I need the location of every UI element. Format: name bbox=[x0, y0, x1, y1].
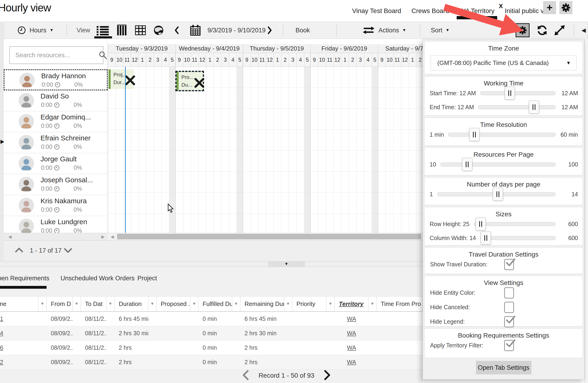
checkbox-unchecked[interactable] bbox=[504, 287, 514, 299]
column-filter-icon[interactable]: ▼ bbox=[232, 296, 240, 311]
slider-track[interactable] bbox=[440, 162, 556, 166]
board-tab-crews-board[interactable]: Crews Board bbox=[411, 6, 450, 16]
hour-column[interactable] bbox=[357, 67, 364, 233]
tab-settings-gear-button[interactable] bbox=[516, 23, 529, 37]
timezone-dropdown[interactable]: (GMT-08:00) Pacific Time (US & Canada) ▼ bbox=[431, 55, 577, 70]
book-button[interactable]: Book bbox=[295, 22, 310, 39]
hour-column[interactable] bbox=[154, 67, 162, 233]
cell-territory[interactable]: WA bbox=[335, 355, 368, 369]
remove-booking-icon[interactable] bbox=[125, 75, 136, 87]
hour-column[interactable] bbox=[116, 67, 124, 233]
hour-column[interactable] bbox=[162, 67, 169, 233]
collapse-panel-arrow[interactable]: ◀ bbox=[582, 22, 586, 39]
hour-column[interactable] bbox=[349, 67, 357, 233]
cell-territory[interactable]: WA bbox=[335, 326, 368, 340]
page-down-icon[interactable] bbox=[64, 247, 72, 255]
slider-handle[interactable] bbox=[505, 87, 515, 100]
resource-row[interactable]: Luke Lundgren0:00 0% bbox=[4, 216, 107, 233]
hour-column[interactable] bbox=[237, 67, 243, 233]
hour-column[interactable] bbox=[191, 67, 199, 233]
hour-column[interactable] bbox=[258, 67, 266, 233]
hour-column[interactable] bbox=[289, 67, 297, 233]
hour-column[interactable] bbox=[364, 67, 372, 233]
slider-handle[interactable] bbox=[476, 218, 486, 230]
resource-hscrollbar[interactable]: ◀ ▶ bbox=[4, 233, 108, 240]
hour-column[interactable] bbox=[221, 67, 229, 233]
resource-row[interactable]: Joseph Gonsal...0:00 0% bbox=[4, 174, 107, 195]
resource-row[interactable]: Kris Nakamura0:00 0% bbox=[4, 195, 107, 216]
map-view-icon[interactable] bbox=[153, 22, 164, 39]
hour-column[interactable] bbox=[229, 67, 237, 233]
previous-range-chevron[interactable] bbox=[173, 22, 181, 39]
grid-hscrollbar[interactable]: ◀ bbox=[108, 233, 423, 240]
collapse-bottom-panel-button[interactable]: ▼ bbox=[268, 262, 305, 267]
slider-handle[interactable] bbox=[469, 128, 480, 141]
column-filter-icon[interactable]: ▼ bbox=[190, 296, 198, 311]
board-settings-gear-button[interactable] bbox=[559, 1, 572, 14]
scroll-left-icon[interactable]: ◀ bbox=[8, 234, 12, 239]
slider-track[interactable] bbox=[480, 236, 556, 240]
page-up-icon[interactable] bbox=[15, 247, 23, 254]
calendar-icon[interactable] bbox=[190, 22, 201, 39]
cell-name-fragment[interactable]: 2 bbox=[0, 355, 39, 369]
column-filter-icon[interactable]: ▼ bbox=[39, 296, 47, 311]
cell-name-fragment[interactable]: 6 bbox=[0, 341, 39, 355]
booking-block[interactable]: Proj...Dur... bbox=[108, 69, 134, 89]
hour-column[interactable] bbox=[297, 67, 304, 233]
hour-column[interactable] bbox=[274, 67, 282, 233]
cell-territory[interactable]: WA bbox=[335, 341, 368, 355]
hour-column[interactable] bbox=[251, 67, 258, 233]
next-range-chevron[interactable] bbox=[266, 22, 274, 39]
remove-booking-icon[interactable] bbox=[194, 78, 205, 89]
requirements-tab-project[interactable]: Project bbox=[137, 275, 157, 282]
column-filter-icon[interactable]: ▼ bbox=[284, 296, 292, 311]
hour-column[interactable] bbox=[372, 67, 378, 233]
hour-column[interactable] bbox=[341, 67, 349, 233]
hour-column[interactable] bbox=[169, 67, 175, 233]
actions-dropdown[interactable]: Actions ▼ bbox=[378, 22, 406, 39]
sort-dropdown[interactable]: Sort ▼ bbox=[431, 22, 449, 39]
refresh-icon[interactable] bbox=[537, 22, 547, 39]
hour-column[interactable] bbox=[131, 67, 139, 233]
hour-column[interactable] bbox=[139, 67, 147, 233]
hour-column[interactable] bbox=[183, 67, 191, 233]
table-row[interactable]: 208/09/2...08/11/2...2 hrs0 min2 hrsWA bbox=[0, 355, 423, 369]
hour-column[interactable] bbox=[386, 67, 394, 233]
previous-page-chevron[interactable] bbox=[242, 370, 249, 381]
column-filter-icon[interactable]: ▼ bbox=[368, 296, 377, 311]
hour-column[interactable] bbox=[304, 67, 310, 233]
cell-name-fragment[interactable]: 4 bbox=[0, 326, 39, 340]
slider-track[interactable] bbox=[480, 91, 556, 95]
hour-column[interactable] bbox=[378, 67, 386, 233]
hour-column[interactable] bbox=[318, 67, 326, 233]
add-tab-button[interactable]: + bbox=[543, 1, 556, 14]
hour-column[interactable] bbox=[146, 67, 154, 233]
column-filter-icon[interactable]: ▼ bbox=[73, 296, 81, 311]
slider-handle[interactable] bbox=[462, 158, 472, 171]
next-page-chevron[interactable] bbox=[324, 370, 331, 381]
slider-handle[interactable] bbox=[529, 101, 539, 114]
checkbox-checked[interactable] bbox=[504, 259, 514, 270]
column-filter-icon[interactable]: ▼ bbox=[106, 296, 115, 311]
scroll-right-icon[interactable]: ▶ bbox=[101, 234, 105, 239]
hour-column[interactable] bbox=[409, 67, 417, 233]
hour-column[interactable] bbox=[108, 67, 116, 233]
hour-column[interactable] bbox=[311, 67, 318, 233]
hour-column[interactable] bbox=[206, 67, 214, 233]
slider-track[interactable] bbox=[437, 192, 556, 196]
hour-column[interactable] bbox=[334, 67, 341, 233]
close-tab-icon[interactable]: X bbox=[499, 2, 503, 10]
hour-column[interactable] bbox=[214, 67, 221, 233]
mode-dropdown[interactable]: Hours ▼ bbox=[30, 22, 54, 39]
cell-name-fragment[interactable]: 1 bbox=[0, 312, 39, 326]
hour-column[interactable] bbox=[124, 67, 131, 233]
scroll-left-icon[interactable]: ◀ bbox=[111, 234, 114, 239]
hour-column[interactable] bbox=[266, 67, 274, 233]
resource-row[interactable]: Jorge Gault0:00 0% bbox=[4, 153, 107, 174]
scrollbar-thumb[interactable] bbox=[117, 234, 421, 239]
board-tab-wa-territory[interactable]: WA TerritoryX bbox=[459, 6, 495, 16]
table-row[interactable]: 408/09/2...08/11/2...2 hrs 30 min0 min2 … bbox=[0, 326, 423, 341]
requirements-tab-open-requirements[interactable]: Open Requirements bbox=[0, 275, 49, 282]
hour-column[interactable] bbox=[199, 67, 206, 233]
checkbox-checked[interactable] bbox=[504, 316, 514, 327]
